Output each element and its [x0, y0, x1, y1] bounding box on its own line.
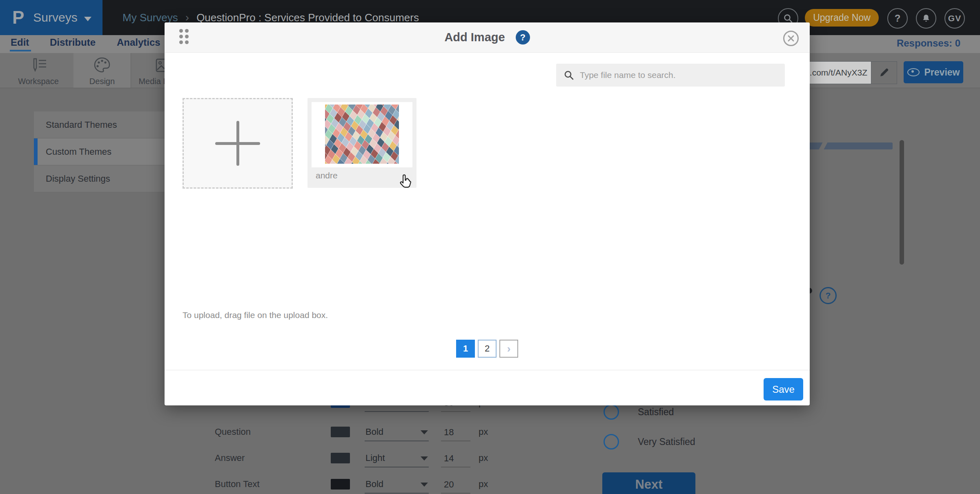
themes-sidebar: Standard Themes Custom Themes Display Se… [34, 111, 165, 192]
eye-icon [907, 68, 920, 76]
page-1-button[interactable]: 1 [456, 340, 475, 358]
sidebar-item-custom-themes[interactable]: Custom Themes [34, 138, 165, 165]
color-swatch[interactable] [331, 427, 350, 437]
image-name: andre [316, 171, 338, 180]
file-search-input[interactable] [579, 70, 777, 80]
survey-url-text: .com/t/ANyX3Z [810, 68, 867, 78]
radio-icon[interactable] [604, 434, 619, 449]
sidebar-label: Custom Themes [46, 147, 111, 157]
answer-option-satisfied[interactable]: Satisfied [604, 404, 674, 420]
search-icon [564, 70, 574, 80]
dropdown-underline [365, 493, 429, 494]
screen: P Surveys My Surveys › QuestionPro : Ser… [0, 0, 980, 494]
upload-hint-text: To upload, drag file on the upload box. [183, 310, 328, 320]
upload-dropzone[interactable] [183, 98, 293, 189]
preview-button[interactable]: Preview [904, 61, 963, 83]
survey-title: QuestionPro : Services Provided to Consu… [196, 11, 419, 24]
toolbar-item-design[interactable]: Design [74, 53, 131, 88]
chevron-down-icon [421, 456, 428, 461]
radio-label: Satisfied [638, 407, 674, 418]
sidebar-item-standard-themes[interactable]: Standard Themes [34, 111, 165, 138]
font-row-label: Question [215, 427, 251, 437]
hand-cursor-icon [399, 174, 414, 191]
chevron-down-icon [84, 17, 91, 21]
next-label: Next [635, 477, 662, 492]
preview-label: Preview [924, 67, 960, 78]
chevron-down-icon [421, 430, 428, 434]
dropdown-underline [365, 411, 429, 412]
radio-label: Very Satisfied [638, 436, 695, 447]
toolbar-item-workspace[interactable]: Workspace [3, 53, 74, 88]
modal-title: Add Image [444, 31, 505, 44]
pencil-icon [879, 67, 889, 78]
pagination: 1 2 › [456, 340, 518, 358]
tab-distribute[interactable]: Distribute [50, 37, 96, 48]
dropdown-underline [365, 467, 429, 467]
mosaic-thumbnail [325, 105, 399, 164]
upgrade-now-button[interactable]: Upgrade Now [805, 9, 879, 27]
radio-icon[interactable] [604, 404, 619, 420]
font-size-input[interactable]: 14 [444, 453, 454, 464]
close-icon[interactable] [783, 31, 799, 46]
unit-label: px [479, 479, 488, 490]
font-weight-select[interactable]: Bold [365, 479, 383, 490]
questionpro-logo-icon: P [12, 9, 24, 27]
toolbar-label-workspace: Workspace [3, 77, 74, 86]
modal-footer: Save [165, 370, 810, 405]
modal-help-icon[interactable]: ? [516, 30, 530, 45]
modal-title-row: Add Image ? [165, 22, 810, 52]
size-underline [441, 411, 470, 412]
font-weight-select[interactable]: Light [365, 453, 385, 463]
color-swatch[interactable] [331, 453, 350, 463]
dropdown-underline [365, 441, 429, 441]
page-2-button[interactable]: 2 [478, 340, 497, 358]
size-underline [441, 467, 470, 467]
font-weight-select[interactable]: Bold [365, 427, 383, 437]
unit-label: px [479, 427, 488, 437]
color-swatch[interactable] [331, 479, 350, 490]
palette-icon [74, 56, 131, 74]
sidebar-item-display-settings[interactable]: Display Settings [34, 165, 165, 192]
edit-url-button[interactable] [871, 61, 897, 84]
logo-section[interactable]: P Surveys [0, 0, 102, 35]
size-underline [441, 493, 470, 494]
file-search-box[interactable] [556, 64, 785, 87]
sidebar-label: Standard Themes [46, 120, 117, 130]
tab-analytics[interactable]: Analytics [117, 37, 160, 48]
notifications-bell-icon[interactable] [916, 8, 936, 29]
next-button[interactable]: Next [602, 472, 695, 494]
font-row-label: Answer [215, 453, 245, 463]
responses-count: Responses: 0 [897, 38, 960, 49]
question-help-icon[interactable]: ? [820, 287, 837, 304]
sidebar-label: Display Settings [46, 174, 110, 184]
size-underline [441, 441, 470, 441]
modal-header: Add Image ? [165, 22, 810, 53]
image-frame [312, 102, 412, 167]
font-size-input[interactable]: 20 [444, 479, 454, 490]
font-row-label: Button Text [215, 479, 260, 490]
chevron-down-icon [421, 483, 428, 487]
plus-icon [236, 121, 239, 166]
font-size-input[interactable]: 18 [444, 427, 454, 438]
unit-label: px [479, 453, 488, 463]
help-icon[interactable]: ? [887, 8, 908, 29]
breadcrumb-my-surveys[interactable]: My Surveys [122, 11, 178, 24]
add-image-modal: Add Image ? andre To upload, drag file o… [165, 22, 810, 405]
answer-option-very-satisfied[interactable]: Very Satisfied [604, 434, 695, 449]
tab-edit[interactable]: Edit [11, 37, 29, 48]
active-indicator [34, 138, 38, 165]
preview-scrollbar[interactable] [900, 140, 904, 265]
product-switcher[interactable]: Surveys [33, 11, 77, 24]
tab-edit-underline [10, 50, 31, 51]
toolbar-label-design: Design [74, 77, 131, 86]
save-button[interactable]: Save [764, 378, 803, 401]
pen-list-icon [3, 56, 74, 74]
avatar[interactable]: GV [944, 8, 965, 29]
next-page-button[interactable]: › [499, 340, 518, 358]
